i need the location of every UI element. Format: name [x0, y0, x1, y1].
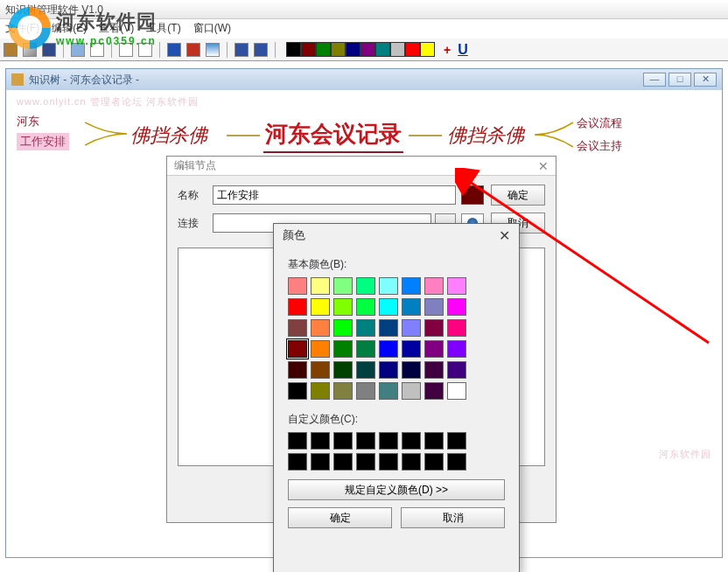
toolbar-color-swatch[interactable]	[286, 42, 301, 57]
basic-color-cell[interactable]	[402, 361, 421, 379]
basic-color-cell[interactable]	[311, 298, 330, 316]
zoom-in-icon[interactable]	[234, 43, 248, 57]
basic-color-cell[interactable]	[424, 340, 444, 358]
close-icon[interactable]: ✕	[538, 159, 549, 173]
custom-color-cell[interactable]	[402, 453, 421, 471]
basic-color-cell[interactable]	[288, 340, 307, 358]
custom-color-cell[interactable]	[356, 432, 375, 450]
color-swatch-button[interactable]	[461, 185, 484, 205]
node-add-icon[interactable]	[167, 43, 181, 57]
basic-color-cell[interactable]	[424, 361, 444, 379]
underline-icon[interactable]: U	[458, 42, 468, 58]
basic-color-cell[interactable]	[424, 382, 444, 400]
toolbar-color-swatch[interactable]	[375, 42, 390, 57]
custom-color-cell[interactable]	[356, 453, 375, 471]
node-right-1[interactable]: 会议流程	[577, 115, 622, 131]
define-custom-button[interactable]: 规定自定义颜色(D) >>	[288, 479, 505, 500]
toolbar-color-swatch[interactable]	[420, 42, 435, 57]
basic-color-cell[interactable]	[447, 277, 466, 295]
toolbar-color-swatch[interactable]	[331, 42, 346, 57]
basic-color-cell[interactable]	[379, 277, 398, 295]
basic-color-cell[interactable]	[333, 277, 353, 295]
custom-color-cell[interactable]	[311, 453, 330, 471]
node-tool-icon[interactable]	[206, 43, 220, 57]
maximize-button[interactable]: □	[668, 73, 691, 87]
custom-color-cell[interactable]	[379, 453, 398, 471]
basic-color-cell[interactable]	[447, 319, 466, 337]
basic-color-cell[interactable]	[379, 319, 398, 337]
basic-color-cell[interactable]	[402, 319, 421, 337]
basic-color-cell[interactable]	[311, 319, 330, 337]
node-center[interactable]: 河东会议记录	[263, 119, 403, 153]
color-cancel-button[interactable]: 取消	[401, 507, 505, 528]
basic-color-cell[interactable]	[311, 382, 330, 400]
custom-color-cell[interactable]	[311, 432, 330, 450]
node-left-2-selected[interactable]: 工作安排	[17, 133, 69, 150]
custom-color-cell[interactable]	[447, 432, 466, 450]
basic-color-cell[interactable]	[288, 382, 307, 400]
plus-icon[interactable]: +	[444, 43, 451, 57]
color-dialog-titlebar[interactable]: 颜色 ✕	[274, 224, 519, 247]
zoom-out-icon[interactable]	[254, 43, 268, 57]
basic-color-cell[interactable]	[356, 382, 375, 400]
custom-color-cell[interactable]	[402, 432, 421, 450]
basic-color-cell[interactable]	[356, 361, 375, 379]
color-ok-button[interactable]: 确定	[288, 507, 392, 528]
basic-color-cell[interactable]	[311, 361, 330, 379]
toolbar-color-swatch[interactable]	[360, 42, 375, 57]
basic-color-cell[interactable]	[333, 382, 353, 400]
basic-color-cell[interactable]	[288, 319, 307, 337]
ok-button[interactable]: 确定	[491, 185, 545, 206]
basic-color-cell[interactable]	[333, 319, 353, 337]
custom-color-cell[interactable]	[288, 432, 307, 450]
custom-color-cell[interactable]	[333, 453, 353, 471]
close-button[interactable]: ✕	[694, 73, 717, 87]
custom-color-cell[interactable]	[379, 432, 398, 450]
basic-color-cell[interactable]	[288, 298, 307, 316]
basic-color-cell[interactable]	[424, 319, 444, 337]
close-icon[interactable]: ✕	[499, 227, 510, 244]
node-mid-left[interactable]: 佛挡杀佛	[130, 122, 207, 149]
custom-color-cell[interactable]	[424, 432, 444, 450]
basic-color-cell[interactable]	[379, 340, 398, 358]
basic-color-cell[interactable]	[333, 361, 353, 379]
basic-color-cell[interactable]	[402, 382, 421, 400]
basic-color-cell[interactable]	[379, 382, 398, 400]
basic-color-cell[interactable]	[356, 298, 375, 316]
basic-color-cell[interactable]	[356, 277, 375, 295]
basic-color-cell[interactable]	[402, 340, 421, 358]
menu-window[interactable]: 窗口(W)	[193, 21, 231, 37]
basic-color-cell[interactable]	[447, 361, 466, 379]
basic-color-cell[interactable]	[424, 298, 444, 316]
basic-color-cell[interactable]	[288, 277, 307, 295]
basic-color-cell[interactable]	[333, 340, 353, 358]
toolbar-color-swatch[interactable]	[390, 42, 405, 57]
basic-color-cell[interactable]	[402, 277, 421, 295]
custom-color-cell[interactable]	[447, 453, 466, 471]
toolbar-color-swatch[interactable]	[346, 42, 360, 57]
toolbar-color-swatch[interactable]	[301, 42, 316, 57]
name-input[interactable]	[213, 185, 456, 205]
basic-color-cell[interactable]	[356, 319, 375, 337]
basic-color-cell[interactable]	[333, 298, 353, 316]
basic-color-cell[interactable]	[447, 340, 466, 358]
edit-dialog-titlebar[interactable]: 编辑节点 ✕	[167, 157, 556, 176]
custom-color-cell[interactable]	[424, 453, 444, 471]
basic-color-cell[interactable]	[424, 277, 444, 295]
basic-color-cell[interactable]	[447, 298, 466, 316]
custom-color-cell[interactable]	[288, 453, 307, 471]
basic-color-cell[interactable]	[311, 277, 330, 295]
node-mid-right[interactable]: 佛挡杀佛	[447, 122, 524, 149]
basic-color-cell[interactable]	[311, 340, 330, 358]
basic-color-cell[interactable]	[288, 361, 307, 379]
basic-color-cell[interactable]	[402, 298, 421, 316]
toolbar-color-swatch[interactable]	[316, 42, 331, 57]
basic-color-cell[interactable]	[379, 361, 398, 379]
node-del-icon[interactable]	[186, 43, 200, 57]
basic-color-cell[interactable]	[379, 298, 398, 316]
toolbar-color-swatch[interactable]	[405, 42, 420, 57]
node-left-1[interactable]: 河东	[17, 114, 69, 129]
document-titlebar[interactable]: 知识树 - 河东会议记录 - — □ ✕	[6, 69, 722, 90]
basic-color-cell[interactable]	[447, 382, 466, 400]
custom-color-cell[interactable]	[333, 432, 353, 450]
